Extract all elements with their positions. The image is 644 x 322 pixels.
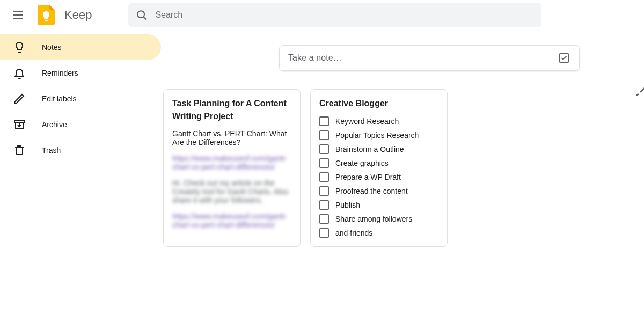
notes-grid: Task Planning for A Content Writing Proj… [163,89,644,247]
sidebar: Notes Reminders Edit labels Archive Tras… [0,30,161,322]
checklist-label: Brainstorm a Outline [335,145,404,153]
checklist-item[interactable]: Create graphics [319,158,438,168]
checklist-item[interactable]: Brainstorm a Outline [319,144,438,154]
checkbox-icon[interactable] [319,186,329,196]
search-input[interactable] [155,10,534,20]
sidebar-item-notes[interactable]: Notes [0,34,161,60]
checkbox-icon[interactable] [319,228,329,238]
checkbox-icon[interactable] [319,158,329,168]
sidebar-item-label: Reminders [42,69,78,77]
trash-icon [13,144,26,157]
hamburger-icon [12,9,25,21]
sidebar-item-edit-labels[interactable]: Edit labels [0,86,161,112]
sidebar-item-trash[interactable]: Trash [0,137,161,163]
menu-button[interactable] [6,3,30,27]
checklist-item[interactable]: Share among followers [319,214,438,224]
checklist-label: Proofread the content [335,187,408,195]
note-card[interactable]: Creative Blogger Keyword Research Popula… [310,89,448,247]
checklist-item[interactable]: Publish [319,200,438,210]
checklist-label: Create graphics [335,159,389,167]
note-title: Creative Blogger [319,97,438,110]
search-icon [136,9,148,21]
checkbox-icon[interactable] [319,144,329,154]
checklist-label: Publish [335,201,360,209]
checkbox-icon[interactable] [319,172,329,182]
svg-rect-5 [14,120,24,122]
lightbulb-icon [13,41,26,54]
checklist-item[interactable]: Keyword Research [319,116,438,126]
bell-icon [13,67,26,79]
note-title: Task Planning for A Content Writing Proj… [172,97,291,123]
sidebar-item-label: Trash [42,146,61,155]
note-link-blurred: https://www.makeuseof.com/gantt-chart-vs… [172,212,291,229]
checkbox-icon[interactable] [319,116,329,126]
new-drawing-button[interactable] [634,85,644,97]
checklist-item[interactable]: and friends [319,228,438,238]
brush-icon [634,85,644,97]
checklist-label: Prepare a WP Draft [335,173,401,181]
take-note-bar[interactable]: Take a note… [279,45,580,71]
checkbox-icon[interactable] [319,130,329,140]
keep-logo [35,4,57,26]
app-name: Keep [64,8,92,22]
sidebar-item-label: Archive [42,120,67,129]
svg-line-4 [144,17,147,19]
checklist-label: Keyword Research [335,117,399,126]
note-text-blurred: Hi. Check out my article on the Creately… [172,179,291,204]
take-note-placeholder: Take a note… [288,53,558,63]
checklist-label: Share among followers [335,215,412,223]
search-bar[interactable] [128,3,541,27]
checkbox-icon[interactable] [319,214,329,224]
note-link-blurred: https://www.makeuseof.com/gantt-chart-vs… [172,154,291,171]
new-list-button[interactable] [558,52,570,64]
note-body: Gantt Chart vs. PERT Chart: What Are the… [172,129,291,147]
checklist-item[interactable]: Proofread the content [319,186,438,196]
svg-point-3 [138,11,145,18]
note-card[interactable]: Task Planning for A Content Writing Proj… [163,89,301,247]
archive-icon [13,118,26,131]
sidebar-item-label: Notes [42,43,62,52]
sidebar-item-archive[interactable]: Archive [0,112,161,137]
header: Keep [0,0,644,30]
note-checklist: Keyword Research Popular Topics Research… [319,116,438,238]
checkbox-icon[interactable] [319,200,329,210]
pencil-icon [13,92,26,105]
sidebar-item-reminders[interactable]: Reminders [0,60,161,86]
checkbox-icon [558,52,570,64]
main-area: Take a note… Task Planning for A Content… [161,30,644,322]
checklist-item[interactable]: Popular Topics Research [319,130,438,140]
checklist-item[interactable]: Prepare a WP Draft [319,172,438,182]
checklist-label: Popular Topics Research [335,131,419,140]
checklist-label: and friends [335,229,372,237]
sidebar-item-label: Edit labels [42,94,77,103]
